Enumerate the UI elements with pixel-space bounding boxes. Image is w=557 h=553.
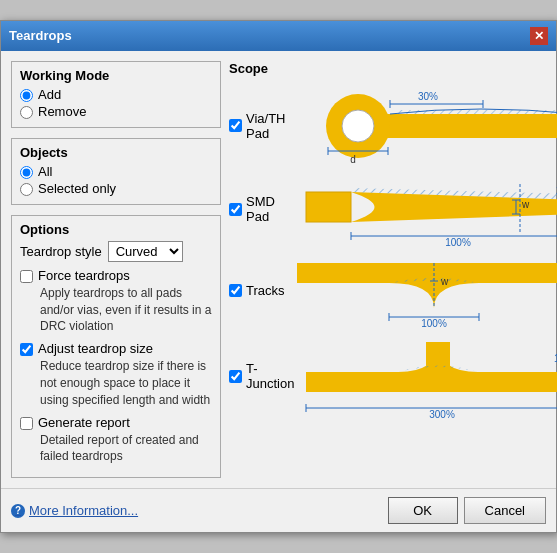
remove-radio[interactable] (20, 106, 33, 119)
all-radio-row: All (20, 164, 212, 179)
selected-only-radio-row: Selected only (20, 181, 212, 196)
svg-rect-1 (378, 114, 557, 138)
title-bar: Teardrops ✕ (1, 21, 556, 51)
adjust-size-label: Adjust teardrop size (38, 341, 153, 356)
generate-report-row: Generate report (20, 415, 212, 430)
via-th-row: Via/TH Pad (229, 86, 557, 166)
svg-point-3 (342, 110, 374, 142)
via-th-label: Via/TH Pad (246, 111, 294, 141)
selected-only-radio[interactable] (20, 183, 33, 196)
svg-text:100%: 100% (446, 237, 472, 247)
teardrop-style-row: Teardrop style Curved Straight Beveled (20, 241, 212, 262)
teardrop-style-label: Teardrop style (20, 244, 102, 259)
generate-report-desc: Detailed report of created and failed te… (40, 432, 212, 466)
remove-radio-row: Remove (20, 104, 212, 119)
force-teardrops-label: Force teardrops (38, 268, 130, 283)
force-teardrops-row: Force teardrops (20, 268, 212, 283)
force-teardrops-desc: Apply teardrops to all pads and/or vias,… (40, 285, 212, 335)
t-junction-diagram: 100% w 300% (298, 334, 557, 419)
svg-text:300%: 300% (430, 409, 456, 419)
left-panel: Working Mode Add Remove Objects All (11, 61, 221, 478)
ok-button[interactable]: OK (388, 497, 458, 524)
dialog-title: Teardrops (9, 28, 72, 43)
adjust-size-checkbox[interactable] (20, 343, 33, 356)
tracks-diagram: w 100% (289, 253, 557, 328)
objects-group: Objects All Selected only (11, 138, 221, 205)
adjust-size-group: Adjust teardrop size Reduce teardrop siz… (20, 341, 212, 408)
info-icon: ? (11, 504, 25, 518)
generate-report-label: Generate report (38, 415, 130, 430)
tracks-label: Tracks (246, 283, 285, 298)
options-label: Options (20, 222, 212, 237)
via-th-checkbox[interactable] (229, 119, 242, 132)
via-th-diagram: 30% 70% d (298, 86, 557, 166)
dialog-footer: ? More Information... OK Cancel (1, 488, 556, 532)
svg-text:w: w (521, 199, 530, 210)
working-mode-group: Working Mode Add Remove (11, 61, 221, 128)
working-mode-label: Working Mode (20, 68, 212, 83)
all-radio[interactable] (20, 166, 33, 179)
svg-rect-17 (306, 192, 351, 222)
footer-buttons: OK Cancel (388, 497, 546, 524)
adjust-size-desc: Reduce teardrop size if there is not eno… (40, 358, 212, 408)
cancel-button[interactable]: Cancel (464, 497, 546, 524)
add-label: Add (38, 87, 61, 102)
svg-rect-38 (306, 372, 557, 392)
right-panel: Scope Via/TH Pad (229, 61, 557, 478)
t-junction-label: T-Junction (246, 361, 294, 391)
add-radio-row: Add (20, 87, 212, 102)
more-info-link[interactable]: ? More Information... (11, 503, 138, 518)
svg-text:100%: 100% (421, 318, 447, 328)
smd-pad-label: SMD Pad (246, 194, 294, 224)
remove-label: Remove (38, 104, 86, 119)
svg-text:d: d (351, 154, 357, 165)
options-group: Options Teardrop style Curved Straight B… (11, 215, 221, 478)
force-teardrops-checkbox[interactable] (20, 270, 33, 283)
t-junction-checkbox[interactable] (229, 370, 242, 383)
teardrops-dialog: Teardrops ✕ Working Mode Add Remove Obje… (0, 20, 557, 533)
generate-report-group: Generate report Detailed report of creat… (20, 415, 212, 466)
force-teardrops-group: Force teardrops Apply teardrops to all p… (20, 268, 212, 335)
smd-pad-diagram: w 200% 100% (298, 172, 557, 247)
add-radio[interactable] (20, 89, 33, 102)
close-button[interactable]: ✕ (530, 27, 548, 45)
dialog-body: Working Mode Add Remove Objects All (1, 51, 556, 488)
scope-label: Scope (229, 61, 557, 76)
svg-text:w: w (440, 276, 449, 287)
tracks-row: Tracks (229, 253, 557, 328)
teardrop-style-select[interactable]: Curved Straight Beveled (108, 241, 183, 262)
tracks-checkbox[interactable] (229, 284, 242, 297)
smd-pad-checkbox[interactable] (229, 203, 242, 216)
objects-label: Objects (20, 145, 212, 160)
generate-report-checkbox[interactable] (20, 417, 33, 430)
t-junction-row: T-Junction (229, 334, 557, 419)
selected-only-label: Selected only (38, 181, 116, 196)
all-label: All (38, 164, 52, 179)
more-info-label: More Information... (29, 503, 138, 518)
smd-pad-row: SMD Pad (229, 172, 557, 247)
svg-text:30%: 30% (418, 91, 438, 102)
adjust-size-row: Adjust teardrop size (20, 341, 212, 356)
